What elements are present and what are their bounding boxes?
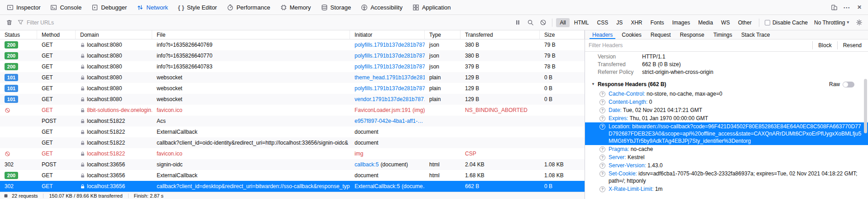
help-icon[interactable]: ? [599,107,605,113]
initiator-link[interactable]: e957f897-042e-4ba1-aff1-… [355,118,423,124]
initiator-link[interactable]: polyfills.1791b137de281b787… [355,85,425,92]
tab-console[interactable]: Console [45,0,86,15]
header-row[interactable]: ?Location: bitwarden://sso-callback?code… [585,122,868,145]
help-icon[interactable]: ? [599,146,605,152]
tab-performance[interactable]: Performance [222,0,275,15]
help-icon[interactable]: ? [599,99,605,105]
header-row[interactable]: ?Date: Tue, 02 Nov 2021 04:17:21 GMT [585,106,868,114]
header-row[interactable]: ?Server: Kestrel [585,153,868,161]
help-icon[interactable]: ? [599,186,605,192]
tab-accessibility[interactable]: Accessibility [356,0,408,15]
tab-storage[interactable]: Storage [316,0,356,15]
network-settings-button[interactable] [854,17,864,28]
disable-cache-checkbox[interactable]: Disable Cache [763,19,810,26]
search-button[interactable] [525,17,536,28]
status-cell: 302 [0,181,37,192]
pause-recording-button[interactable] [512,17,523,28]
column-header-method[interactable]: Method [37,30,76,39]
status-cell [0,148,37,159]
column-header-file[interactable]: File [152,30,350,39]
resend-button[interactable]: Resend [840,41,864,49]
help-icon[interactable]: ? [599,155,605,160]
help-icon[interactable]: ? [599,163,605,169]
header-row[interactable]: ?Expires: Thu, 01 Jan 1970 00:00:00 GMT [585,114,868,122]
header-row[interactable]: ?Cache-Control: no-store, no-cache, max-… [585,90,868,98]
detail-tab-cookies[interactable]: Cookies [617,30,646,39]
network-request-row[interactable]: GET8bit-solutions-dev.onelogin…favicon.i… [0,105,585,116]
raw-toggle[interactable] [843,82,854,87]
type-filter-css[interactable]: CSS [593,18,612,27]
devtools-menu-button[interactable]: ⋯ [841,2,853,13]
initiator-link[interactable]: polyfills.1791b137de281b787… [355,53,425,59]
help-icon[interactable]: ? [599,124,605,130]
tab-network[interactable]: Network [132,0,173,15]
detail-tab-timings[interactable]: Timings [709,30,737,39]
column-header-domain[interactable]: Domain [76,30,152,39]
header-row[interactable]: ?X-Rate-Limit-Limit: 1m [585,185,868,193]
type-filter-ws[interactable]: WS [718,18,734,27]
network-request-row[interactable]: 101GETlocalhost:8080websocketpolyfills.1… [0,83,585,94]
type-filter-all[interactable]: All [556,18,569,27]
column-header-status[interactable]: Status [0,30,37,39]
network-request-row[interactable]: 101GETlocalhost:8080websocketvendor.1791… [0,94,585,105]
help-icon[interactable]: ? [599,171,605,177]
network-request-row[interactable]: 200GETlocalhost:8080info?t=1635826640770… [0,50,585,61]
header-value: Thu, 01 Jan 1970 00:00:00 GMT [628,115,708,121]
network-request-row[interactable]: POSTlocalhost:51822Acse957f897-042e-4ba1… [0,116,585,126]
initiator-link[interactable]: polyfills.1791b137de281b787… [355,63,425,70]
tab-memory[interactable]: Memory [275,0,316,15]
scrollbar-thumb[interactable] [864,79,867,133]
column-header-transferred[interactable]: Transferred [460,30,540,39]
initiator-link[interactable]: FaviconLoader.jsm:191 [355,107,411,113]
throttling-dropdown[interactable]: No Throttling ▾ [811,19,852,26]
type-filter-html[interactable]: HTML [571,18,593,27]
clear-requests-button[interactable] [4,17,14,28]
block-button[interactable]: Block [815,41,834,49]
network-request-row[interactable]: 302POSTlocalhost:33656signin-oidccallbac… [0,159,585,170]
method-cell: GET [37,39,76,50]
header-row[interactable]: ?Pragma: no-cache [585,145,868,153]
initiator-link[interactable]: ExternalCallback:5 [355,183,400,189]
tab-application[interactable]: Application [408,0,456,15]
detail-tab-response[interactable]: Response [675,30,709,39]
initiator-link[interactable]: theme_head.1791b137de281… [355,74,425,81]
column-header-type[interactable]: Type [425,30,460,39]
header-row[interactable]: ?Content-Length: 0 [585,98,868,106]
tab-debugger[interactable]: Debugger [86,0,132,15]
tab-inspector[interactable]: Inspector [2,0,45,15]
network-request-row[interactable]: 200GETlocalhost:33656ExternalCallbackdoc… [0,170,585,181]
filter-urls-input[interactable] [27,19,510,26]
type-filter-images[interactable]: Images [669,18,694,27]
header-row[interactable]: ?Server-Version: 1.43.0 [585,161,868,170]
responsive-design-mode-button[interactable] [828,2,840,13]
network-request-row[interactable]: 200GETlocalhost:8080info?t=1635826640769… [0,39,585,50]
block-requests-button[interactable] [537,17,548,28]
initiator-link[interactable]: vendor.1791b137de281b787… [355,96,425,102]
detail-tab-headers[interactable]: Headers [588,30,617,39]
detail-tab-stack-trace[interactable]: Stack Trace [737,30,774,39]
filter-headers-input[interactable] [589,42,810,49]
close-devtools-button[interactable]: ✕ [854,2,865,13]
detail-tab-request[interactable]: Request [646,30,676,39]
initiator-link[interactable]: callback:5 [355,161,379,168]
network-request-row[interactable]: 302GETlocalhost:33656callback?client_id=… [0,181,585,192]
type-filter-media[interactable]: Media [695,18,717,27]
network-request-row[interactable]: 101GETlocalhost:8080websockettheme_head.… [0,72,585,83]
type-filter-js[interactable]: JS [613,18,626,27]
type-filter-other[interactable]: Other [734,18,755,27]
tab-style-editor[interactable]: { }Style Editor [173,0,222,15]
network-request-row[interactable]: 200GETlocalhost:8080info?t=1635826640783… [0,61,585,72]
help-icon[interactable]: ? [599,91,605,97]
column-header-size[interactable]: Size [540,30,585,39]
type-filter-fonts[interactable]: Fonts [647,18,668,27]
network-request-row[interactable]: GETlocalhost:51822favicon.icoimgCSP [0,148,585,159]
network-request-row[interactable]: GETlocalhost:51822ExternalCallbackdocume… [0,126,585,137]
header-row[interactable]: ?Set-Cookie: idsrv=adf6cba1-7075-402b-9e… [585,170,868,185]
initiator-link[interactable]: polyfills.1791b137de281b787… [355,42,425,48]
network-request-row[interactable]: GETlocalhost:51822callback?client_id=oid… [0,137,585,148]
response-headers-section[interactable]: ▼ Response Headers (662 B) Raw [585,79,868,90]
domain-cell: 8bit-solutions-dev.onelogin… [76,105,152,116]
help-icon[interactable]: ? [599,116,605,121]
column-header-initiator[interactable]: Initiator [350,30,425,39]
type-filter-xhr[interactable]: XHR [627,18,646,27]
